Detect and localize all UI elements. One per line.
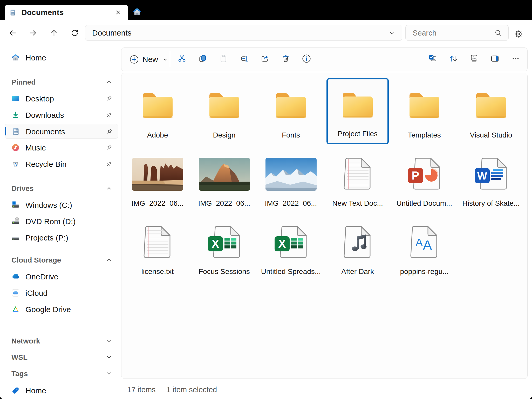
file-item-img-2022-06-[interactable]: IMG_2022_06... [126,146,189,212]
file-item-after-dark[interactable]: After Dark [326,215,389,281]
details-pane-button[interactable] [488,52,502,66]
file-item-poppins-regu-[interactable]: A Apoppins-regu... [393,215,455,281]
file-name: Fonts [282,131,300,139]
pin-icon[interactable] [106,161,112,167]
file-name: IMG_2022_06... [265,199,317,208]
excel-file-icon: X [207,225,242,260]
sidebar-section-pinned[interactable]: Pinned [5,76,118,88]
select-multiple-button[interactable] [425,52,440,66]
up-icon [49,28,59,38]
svg-text:X: X [212,237,219,250]
file-item-design[interactable]: Design [193,78,255,144]
chevron-down-icon[interactable] [106,370,112,377]
forward-button[interactable] [28,28,38,38]
photo-snow-mountains-thumbnail [265,158,317,191]
cut-button[interactable] [175,52,189,66]
file-item-templates[interactable]: Templates [393,78,455,144]
up-button[interactable] [49,28,59,38]
rename-button[interactable] [237,52,251,66]
sidebar-section-cloud-storage[interactable]: Cloud Storage [5,254,118,266]
file-item-license-txt[interactable]: license.txt [126,215,189,281]
refresh-button[interactable] [70,28,79,38]
chevron-down-icon [162,57,168,62]
view-button[interactable] [467,52,481,66]
folder-icon [340,91,375,120]
file-name: Project Files [338,130,378,138]
chevron-up-icon[interactable] [106,257,112,263]
sidebar-section-wsl[interactable]: WSL [5,352,118,363]
plus-circle-icon [130,55,139,64]
chevron-up-icon[interactable] [106,185,112,192]
file-item-untitled-docum-[interactable]: PUntitled Docum... [393,146,455,212]
file-item-fonts[interactable]: Fonts [260,78,322,144]
audio-file-icon [340,225,375,260]
title-bar: Documents [0,0,532,20]
file-item-untitled-spreads-[interactable]: XUntitled Spreads... [260,215,322,281]
sidebar-item-documents[interactable]: Documents [5,124,118,139]
file-name: Focus Sessions [199,267,250,276]
folder-icon [474,92,509,120]
file-item-visual-studio[interactable]: Visual Studio [460,78,522,144]
file-name: license.txt [141,267,174,276]
paste-button[interactable] [216,52,231,66]
pin-icon[interactable] [106,112,112,118]
info-button[interactable] [299,52,314,66]
file-item-img-2022-06-[interactable]: IMG_2022_06... [260,146,322,212]
status-divider [161,385,161,394]
sidebar-section-network[interactable]: Network [5,335,118,347]
excel-file-icon: X [274,225,309,260]
pin-icon[interactable] [106,144,112,151]
file-name: Untitled Docum... [397,199,452,208]
file-item-new-text-doc-[interactable]: New Text Doc... [326,146,389,212]
new-tab-home-button[interactable] [132,7,142,17]
share-button[interactable] [258,52,272,66]
back-icon [8,28,17,38]
delete-button[interactable] [278,52,293,66]
chevron-down-icon[interactable] [388,30,395,36]
sidebar-item-desktop[interactable]: Desktop [5,91,118,106]
sort-button[interactable] [446,52,461,66]
sidebar-item-projects-p-[interactable]: Projects (P:) [5,230,118,245]
new-button[interactable]: New [130,51,168,67]
sidebar-section-drives[interactable]: Drives [5,183,118,194]
sidebar-item-home[interactable]: Home [5,50,118,65]
chevron-up-icon[interactable] [106,79,112,85]
sidebar-section-tags[interactable]: Tags [5,368,118,379]
sidebar-item-label: Music [25,143,46,152]
search-icon[interactable] [494,29,502,37]
file-item-history-of-skate-[interactable]: WHistory of Skate... [460,146,522,212]
more-button[interactable] [508,52,523,66]
file-item-project-files[interactable]: Project Files [326,78,389,144]
chevron-down-icon[interactable] [106,338,112,344]
sidebar-item-onedrive[interactable]: OneDrive [5,269,118,284]
details-pane-icon [490,54,499,64]
search-input[interactable] [412,27,491,39]
sidebar-item-google-drive[interactable]: Google Drive [5,302,118,317]
pin-icon[interactable] [106,95,112,102]
file-item-img-2022-06-[interactable]: IMG_2022_06... [193,146,255,212]
settings-button[interactable] [514,30,523,38]
address-bar[interactable]: Documents [85,25,402,41]
chevron-down-icon[interactable] [106,354,112,361]
sidebar-item-dvd-rom-d-[interactable]: DVD Rom (D:) [5,214,118,229]
drive-dvd-icon [11,217,20,225]
tab-close-button[interactable] [114,8,122,17]
tab-documents[interactable]: Documents [5,5,128,20]
sidebar-item-music[interactable]: Music [5,140,118,155]
file-name: poppins-regu... [400,267,449,276]
share-icon [261,54,269,64]
file-item-focus-sessions[interactable]: XFocus Sessions [193,215,255,281]
close-icon [114,9,122,16]
sidebar-item-recycle-bin[interactable]: Recycle Bin [5,157,118,171]
back-button[interactable] [8,28,17,38]
sidebar-item-home[interactable]: Home [5,383,118,398]
file-name: History of Skate... [462,199,520,208]
copy-button[interactable] [195,52,210,66]
pin-icon[interactable] [106,128,113,135]
file-item-adobe[interactable]: Adobe [126,78,189,144]
sidebar-item-icloud[interactable]: iCloud [5,286,118,300]
sidebar-item-downloads[interactable]: Downloads [5,108,118,122]
items-count: 17 items [127,386,156,394]
svg-text:P: P [412,169,419,182]
sidebar-item-windows-c-[interactable]: Windows (C:) [5,198,118,212]
